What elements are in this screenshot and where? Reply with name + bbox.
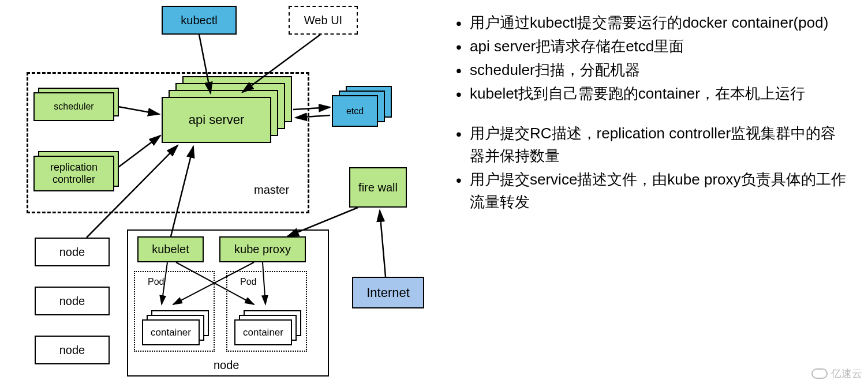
kubectl-label: kubectl — [181, 14, 217, 27]
container2-stack: container — [234, 306, 304, 340]
firewall-box: fire wall — [349, 167, 407, 208]
bullet-item: scheduler扫描，分配机器 — [456, 59, 848, 81]
bullets-area: 用户通过kubectl提交需要运行的docker container(pod) … — [456, 12, 848, 231]
webui-box: Web UI — [289, 6, 358, 35]
bullet-item: kubelet找到自己需要跑的container，在本机上运行 — [456, 82, 848, 105]
bullet-item: api server把请求存储在etcd里面 — [456, 35, 848, 58]
replication-label: replication controller — [50, 161, 98, 186]
container1-stack: container — [142, 306, 211, 340]
internet-box: Internet — [352, 277, 424, 308]
cloud-icon — [811, 368, 828, 379]
internet-label: Internet — [366, 285, 410, 300]
webui-label: Web UI — [304, 14, 342, 27]
kubeproxy-box: kube proxy — [219, 236, 306, 262]
bullets-group-1: 用户通过kubectl提交需要运行的docker container(pod) … — [456, 12, 848, 105]
watermark-text: 亿速云 — [831, 367, 862, 381]
apiserver-label: api server — [189, 112, 245, 127]
pod1-label: Pod — [148, 277, 164, 287]
node-box-3-label: node — [59, 344, 85, 357]
pod2-label: Pod — [240, 277, 256, 287]
kubelet-box: kubelet — [137, 236, 204, 262]
scheduler-stack: scheduler — [33, 92, 120, 127]
container2-label: container — [243, 327, 283, 338]
kubectl-box: kubectl — [162, 6, 237, 35]
bullet-item: 用户提交RC描述，replication controller监视集群中的容器并… — [456, 122, 848, 167]
scheduler-label: scheduler — [54, 101, 93, 112]
bullet-item: 用户提交service描述文件，由kube proxy负责具体的工作流量转发 — [456, 168, 848, 213]
kubeproxy-label: kube proxy — [234, 243, 291, 256]
apiserver-stack: api server — [162, 86, 294, 150]
master-label: master — [254, 183, 289, 197]
bullets-group-2: 用户提交RC描述，replication controller监视集群中的容器并… — [456, 122, 848, 213]
replication-stack: replication controller — [33, 156, 120, 199]
bullet-item: 用户通过kubectl提交需要运行的docker container(pod) — [456, 12, 848, 34]
container1-label: container — [151, 327, 191, 338]
node-box-2: node — [35, 287, 110, 315]
etcd-stack: etcd — [332, 89, 401, 135]
node-box-3: node — [35, 336, 110, 364]
node-box-1-label: node — [59, 246, 85, 259]
node-detail-label: node — [214, 359, 240, 372]
node-box-2-label: node — [59, 295, 85, 308]
watermark: 亿速云 — [811, 367, 862, 381]
firewall-label: fire wall — [358, 181, 398, 194]
etcd-label: etcd — [346, 106, 364, 116]
kubelet-label: kubelet — [152, 243, 189, 256]
svg-line-9 — [380, 210, 386, 277]
node-box-1: node — [35, 238, 110, 266]
